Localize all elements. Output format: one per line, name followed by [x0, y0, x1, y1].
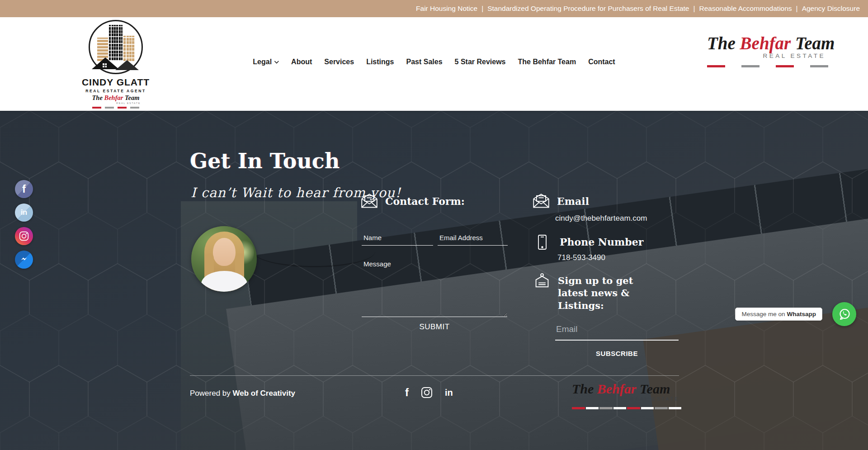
nav-contact[interactable]: Contact: [588, 58, 615, 66]
topbar-link-reasonable-accommodations[interactable]: Reasonable Accommodations: [699, 5, 792, 13]
footer-divider: [190, 375, 679, 376]
whatsapp-label-bold: Whatsapp: [787, 311, 816, 317]
envelope-icon: [361, 193, 378, 208]
logo-buildings-icon: [89, 20, 143, 74]
message-input[interactable]: [362, 256, 507, 317]
facebook-icon[interactable]: f: [405, 387, 409, 398]
social-sidebar: f in: [15, 180, 33, 269]
nav-listings[interactable]: Listings: [366, 58, 394, 66]
nav-legal-label: Legal: [253, 58, 272, 66]
site-header: CINDY GLATT REAL ESTATE AGENT The Behfar…: [0, 17, 868, 111]
logo-team-line: The Behfar Team: [69, 94, 162, 102]
footer-behfar-subtitle: REAL ESTATE: [572, 396, 681, 402]
facebook-icon[interactable]: f: [15, 180, 33, 198]
topbar-separator: |: [693, 5, 695, 13]
email-heading-row: Email: [533, 193, 589, 208]
topbar-link-sop[interactable]: Standardized Operating Procedure for Pur…: [487, 5, 689, 13]
footer-behfar-dashes: [572, 407, 681, 409]
signup-heading-row: Sign up to get latest news & Listings:: [533, 273, 661, 312]
logo-name: CINDY GLATT: [69, 77, 162, 88]
credit-link[interactable]: Web of Creativity: [233, 389, 296, 398]
behfar-team-wordmark: The Behfar Team: [707, 34, 828, 52]
main-nav: Legal About Services Listings Past Sales…: [253, 58, 615, 66]
whatsapp-widget: Message me on Whatsapp: [735, 302, 856, 326]
behfar-team-logo: The Behfar Team REAL ESTATE: [707, 34, 828, 67]
nav-legal[interactable]: Legal: [253, 58, 279, 66]
whatsapp-icon[interactable]: [832, 302, 856, 326]
email-heading: Email: [557, 193, 589, 208]
nav-the-behfar-team[interactable]: The Behfar Team: [518, 58, 576, 66]
newsletter-email-input[interactable]: [555, 319, 679, 341]
email-address-input[interactable]: [438, 230, 508, 246]
phone-heading: Phone Number: [556, 234, 643, 249]
instagram-icon[interactable]: [421, 387, 433, 398]
phone-heading-row: Phone Number: [535, 234, 643, 251]
contact-form-heading: Contact Form:: [385, 193, 465, 208]
email-value[interactable]: cindy@thebehfarteam.com: [555, 214, 647, 223]
cindy-glatt-logo[interactable]: CINDY GLATT REAL ESTATE AGENT The Behfar…: [69, 20, 162, 109]
subscribe-button[interactable]: SUBSCRIBE: [555, 350, 679, 357]
topbar-separator: |: [481, 5, 483, 13]
footer-behfar-logo: The Behfar Team REAL ESTATE: [572, 382, 681, 409]
whatsapp-message-pill[interactable]: Message me on Whatsapp: [735, 308, 822, 321]
logo-team-sub: REAL ESTATE: [69, 102, 162, 104]
signup-heading: Sign up to get latest news & Listings:: [558, 273, 661, 312]
phone-value[interactable]: 718-593-3490: [557, 253, 605, 262]
top-notice-bar: Fair Housing Notice | Standardized Opera…: [0, 0, 868, 17]
contact-form-heading-row: Contact Form:: [361, 193, 465, 208]
messenger-icon[interactable]: [15, 251, 33, 269]
footer-behfar-wordmark: The Behfar Team: [572, 382, 681, 396]
phone-icon: [535, 234, 549, 251]
powered-by-label: Powered by: [190, 389, 231, 398]
nav-about[interactable]: About: [291, 58, 312, 66]
behfar-team-dashes: [707, 65, 828, 67]
envelope-icon: [533, 193, 550, 208]
behfar-team-subtitle: REAL ESTATE: [707, 52, 828, 59]
logo-dashes: [92, 107, 139, 109]
linkedin-icon[interactable]: in: [15, 204, 33, 222]
submit-button[interactable]: SUBMIT: [362, 322, 507, 332]
topbar-link-agency-disclosure[interactable]: Agency Disclosure: [802, 5, 860, 13]
topbar-separator: |: [796, 5, 798, 13]
logo-subtitle: REAL ESTATE AGENT: [69, 89, 162, 93]
sign-icon: [533, 273, 551, 290]
nav-past-sales[interactable]: Past Sales: [406, 58, 442, 66]
page: Fair Housing Notice | Standardized Opera…: [0, 0, 868, 450]
page-title: Get In Touch: [190, 149, 340, 173]
whatsapp-label: Message me on: [741, 311, 785, 317]
name-input[interactable]: [362, 230, 433, 246]
nav-services[interactable]: Services: [324, 58, 354, 66]
instagram-icon[interactable]: [15, 227, 33, 245]
contact-section: Get In Touch I can’t Wait to hear from y…: [0, 111, 868, 450]
powered-by: Powered by Web of Creativity: [190, 389, 295, 398]
topbar-link-fair-housing[interactable]: Fair Housing Notice: [416, 5, 477, 13]
nav-5-star-reviews[interactable]: 5 Star Reviews: [455, 58, 506, 66]
agent-avatar: [191, 226, 257, 292]
chevron-down-icon: [274, 61, 279, 64]
footer-social: f in: [405, 387, 453, 398]
linkedin-icon[interactable]: in: [445, 387, 453, 398]
